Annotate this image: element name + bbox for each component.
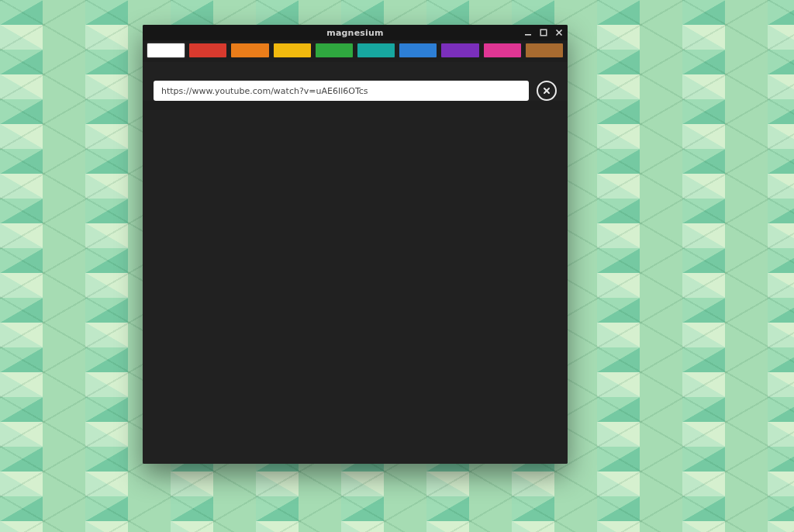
- close-icon: [543, 87, 551, 95]
- url-input[interactable]: [154, 81, 529, 101]
- minimize-button[interactable]: [523, 27, 533, 38]
- color-tab-6[interactable]: [399, 43, 437, 57]
- clear-url-button[interactable]: [537, 81, 557, 101]
- content-area: [143, 110, 568, 464]
- svg-rect-1: [540, 29, 547, 36]
- minimize-icon: [524, 29, 532, 36]
- color-tab-strip: [143, 40, 568, 62]
- titlebar[interactable]: magnesium: [143, 25, 568, 40]
- window-title: magnesium: [143, 28, 568, 38]
- app-window: magnesium: [143, 25, 568, 464]
- window-controls: [523, 25, 564, 40]
- color-tab-9[interactable]: [526, 43, 563, 57]
- color-tab-8[interactable]: [484, 43, 521, 57]
- color-tab-0[interactable]: [147, 43, 185, 57]
- close-button[interactable]: [554, 27, 564, 38]
- color-tab-1[interactable]: [189, 43, 226, 57]
- desktop-wallpaper: magnesium: [0, 0, 794, 532]
- color-tab-3[interactable]: [274, 43, 311, 57]
- color-tab-7[interactable]: [441, 43, 478, 57]
- color-tab-5[interactable]: [357, 43, 395, 57]
- color-tab-2[interactable]: [231, 43, 268, 57]
- url-bar-row: [154, 81, 557, 101]
- close-icon: [555, 29, 563, 36]
- maximize-icon: [540, 29, 547, 36]
- color-tab-4[interactable]: [316, 43, 353, 57]
- svg-rect-0: [525, 34, 531, 36]
- maximize-button[interactable]: [538, 27, 549, 38]
- url-bar-area: [143, 62, 568, 101]
